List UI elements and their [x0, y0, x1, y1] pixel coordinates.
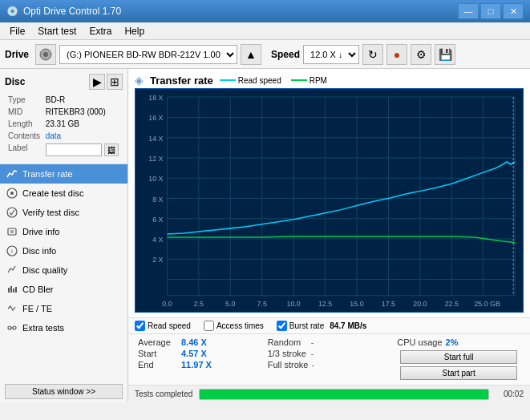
stats-col-3: CPU usage 2% Start full Start part: [394, 336, 524, 383]
legend-read-speed: Read speed: [220, 76, 281, 85]
burst-rate-checkbox-label: Burst rate: [289, 321, 324, 330]
progress-fill: [200, 390, 488, 399]
nav-item-verify-test-disc[interactable]: Verify test disc: [0, 203, 127, 222]
nav-label-fe-te: FE / TE: [22, 304, 52, 313]
progress-bar-row: Tests completed 00:02: [128, 385, 530, 402]
settings-btn[interactable]: ⚙: [411, 44, 431, 65]
disc-info-table: Type BD-R MID RITEKBR3 (000) Length 23.3…: [5, 93, 123, 159]
contents-label: Contents: [6, 131, 42, 141]
end-label: End: [138, 360, 178, 370]
nav-item-drive-info[interactable]: Drive info: [0, 222, 127, 241]
contents-value[interactable]: data: [44, 131, 121, 141]
nav-item-fe-te[interactable]: FE / TE: [0, 299, 127, 318]
burst-rate-value: 84.7 MB/s: [330, 321, 366, 330]
speed-select[interactable]: 12.0 X ↓: [303, 45, 359, 64]
nav-item-disc-info[interactable]: i Disc info: [0, 241, 127, 260]
stroke-1-3-value: -: [311, 349, 314, 358]
svg-point-14: [8, 326, 11, 329]
progress-status: Tests completed: [135, 390, 192, 398]
svg-text:22.5: 22.5: [445, 300, 459, 308]
read-speed-checkbox[interactable]: [135, 321, 145, 331]
chart-controls: Read speed Access times Burst rate 84.7 …: [128, 317, 530, 333]
nav-label-disc-info: Disc info: [22, 246, 56, 256]
disc-header: Disc ▶ ⊞: [5, 74, 123, 90]
menu-file[interactable]: File: [3, 24, 31, 38]
app-icon: 💿: [6, 6, 18, 17]
chart-container: ◈ Transfer rate Read speed RPM: [128, 69, 530, 317]
svg-point-15: [13, 326, 16, 329]
legend-rpm: RPM: [291, 76, 327, 85]
menu-help[interactable]: Help: [118, 24, 151, 38]
drive-select[interactable]: (G:) PIONEER BD-RW BDR-212V 1.00: [59, 45, 237, 64]
svg-rect-12: [13, 289, 14, 293]
random-value: -: [311, 337, 314, 347]
label-input[interactable]: [46, 143, 102, 156]
nav-item-cd-bler[interactable]: CD Bler: [0, 280, 127, 299]
maximize-button[interactable]: □: [480, 3, 501, 19]
nav-item-extra-tests[interactable]: Extra tests: [0, 318, 127, 337]
svg-text:0.0: 0.0: [162, 300, 172, 308]
menu-start-test[interactable]: Start test: [31, 24, 83, 38]
eject-btn[interactable]: ▲: [241, 44, 261, 65]
drive-label: Drive: [5, 49, 29, 60]
menubar: File Start test Extra Help: [0, 22, 530, 40]
disc-header-label: Disc: [5, 76, 25, 87]
nav-item-transfer-rate[interactable]: Transfer rate: [0, 164, 127, 184]
save-btn[interactable]: 💾: [435, 44, 455, 65]
toolbar: Drive (G:) PIONEER BD-RW BDR-212V 1.00 ▲…: [0, 40, 530, 69]
disc-btn-2[interactable]: ⊞: [107, 74, 123, 90]
start-label: Start: [138, 349, 178, 358]
drive-icon-btn[interactable]: [35, 44, 56, 65]
app-title: Opti Drive Control 1.70: [23, 6, 458, 17]
length-label: Length: [6, 119, 42, 129]
svg-text:2.5: 2.5: [194, 300, 204, 308]
verify-test-disc-icon: [6, 207, 18, 218]
menu-extra[interactable]: Extra: [83, 24, 118, 38]
access-times-checkbox[interactable]: [204, 321, 214, 331]
stats-grid: Average 8.46 X Start 4.57 X End 11.97 X …: [128, 333, 530, 385]
access-times-checkbox-item[interactable]: Access times: [204, 321, 264, 331]
disc-btn-1[interactable]: ▶: [89, 74, 105, 90]
burn-btn[interactable]: ●: [386, 44, 407, 65]
cpu-usage-label: CPU usage: [397, 337, 442, 347]
label-btn[interactable]: 🖼: [104, 143, 119, 156]
access-times-checkbox-label: Access times: [216, 321, 264, 330]
chart-title: Transfer rate: [150, 75, 213, 87]
stats-col-2: Random - 1/3 stroke - Full stroke -: [265, 336, 394, 383]
average-label: Average: [138, 337, 178, 347]
chart-title-bar: ◈ Transfer rate Read speed RPM: [135, 74, 524, 87]
start-part-btn[interactable]: Start part: [400, 366, 517, 380]
length-value: 23.31 GB: [44, 119, 121, 129]
type-label: Type: [6, 95, 42, 105]
disc-quality-icon: [6, 265, 18, 276]
end-value: 11.97 X: [181, 360, 212, 370]
burst-rate-checkbox-item[interactable]: Burst rate 84.7 MB/s: [277, 321, 367, 331]
svg-text:8 X: 8 X: [152, 195, 163, 203]
svg-text:12.5: 12.5: [318, 300, 332, 308]
status-window-btn[interactable]: Status window >>: [5, 384, 123, 399]
nav-menu: Transfer rate Create test disc Verify te…: [0, 164, 127, 381]
fe-te-icon: [6, 303, 18, 314]
nav-label-drive-info: Drive info: [22, 227, 59, 236]
nav-label-verify-test-disc: Verify test disc: [22, 208, 79, 217]
chart-icon: ◈: [135, 74, 144, 87]
nav-item-disc-quality[interactable]: Disc quality: [0, 260, 127, 280]
burst-rate-checkbox[interactable]: [277, 321, 287, 331]
svg-text:5.0: 5.0: [225, 300, 235, 308]
refresh-btn[interactable]: ↻: [362, 44, 383, 65]
read-speed-checkbox-item[interactable]: Read speed: [135, 321, 191, 331]
nav-item-create-test-disc[interactable]: Create test disc: [0, 184, 127, 203]
start-full-btn[interactable]: Start full: [400, 350, 517, 364]
svg-text:25.0 GB: 25.0 GB: [474, 300, 500, 308]
cpu-usage-value: 2%: [446, 337, 459, 347]
stat-start: Start 4.57 X: [138, 349, 261, 358]
svg-text:17.5: 17.5: [382, 300, 395, 308]
progress-track: [199, 389, 489, 400]
stat-random: Random -: [268, 337, 391, 347]
mid-label: MID: [6, 107, 42, 117]
svg-rect-17: [136, 89, 523, 312]
svg-text:2 X: 2 X: [152, 256, 163, 264]
close-button[interactable]: ✕: [503, 3, 524, 19]
minimize-button[interactable]: —: [458, 3, 479, 19]
svg-text:i: i: [11, 248, 13, 255]
